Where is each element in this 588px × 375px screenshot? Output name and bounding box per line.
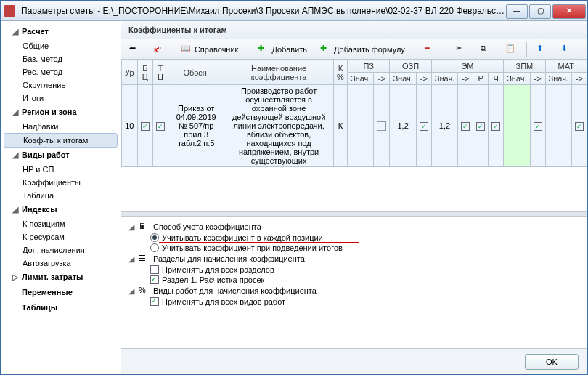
paste-button[interactable]: 📋	[500, 41, 522, 57]
delete-button[interactable]: ━	[420, 41, 441, 57]
table-row[interactable]: 10 Приказ от 04.09.2019 № 507/пр прил.3 …	[122, 85, 587, 167]
col-ozp[interactable]: ОЗП	[390, 60, 431, 73]
add-button[interactable]: ✚Добавить	[253, 41, 312, 57]
cell-mat-val[interactable]	[545, 85, 571, 167]
sidebar-item-itogi[interactable]: Итоги	[1, 92, 121, 105]
cell-mat-arr[interactable]	[571, 85, 587, 167]
checkbox-icon[interactable]	[461, 122, 470, 131]
cell-ur[interactable]: 10	[122, 85, 138, 167]
col-em-ch[interactable]: Ч	[489, 73, 504, 85]
col-pz-arr[interactable]: ->	[374, 73, 390, 85]
sidebar-group-peremennye[interactable]: ▷ Переменные	[1, 285, 121, 300]
sidebar-item-k-poziciyam[interactable]: К позициям	[1, 217, 121, 230]
radio-icon[interactable]	[150, 233, 159, 242]
cell-pz-arr[interactable]	[374, 85, 390, 167]
twisty-icon[interactable]: ◢	[127, 222, 136, 232]
col-pz[interactable]: ПЗ	[348, 60, 390, 73]
detail-group-sections[interactable]: ◢ ☰ Разделы для начисления коэффициента	[127, 253, 581, 265]
sidebar-item-obschie[interactable]: Общие	[1, 39, 121, 52]
col-pz-val[interactable]: Знач.	[348, 73, 374, 85]
col-mat-val[interactable]: Знач.	[545, 73, 571, 85]
sidebar-item-avtozagruzka[interactable]: Автозагрузка	[1, 257, 121, 270]
ok-button[interactable]: OK	[525, 354, 579, 370]
cut-button[interactable]: ✂	[451, 41, 473, 57]
cell-basis[interactable]: Приказ от 04.09.2019 № 507/пр прил.3 таб…	[168, 85, 224, 167]
col-ozp-arr[interactable]: ->	[416, 73, 431, 85]
col-ozp-val[interactable]: Знач.	[390, 73, 416, 85]
copy-button[interactable]: ⧉	[475, 41, 497, 57]
cell-zpm-arr[interactable]	[530, 85, 545, 167]
checkbox-icon[interactable]	[150, 297, 159, 306]
col-zpm[interactable]: ЗПМ	[504, 60, 545, 73]
sidebar-item-nadbavki[interactable]: Надбавки	[1, 120, 121, 133]
detail-check-all-worktypes[interactable]: Применять для всех видов работ	[127, 297, 581, 307]
sidebar-item-okruglenie[interactable]: Округление	[1, 78, 121, 92]
cell-ozp-arr[interactable]	[416, 85, 431, 167]
checkbox-icon[interactable]	[534, 122, 542, 131]
detail-check-section1[interactable]: Раздел 1. Расчистка просек	[127, 275, 581, 285]
cell-bc[interactable]	[137, 85, 152, 167]
cell-ozp-val[interactable]: 1,2	[390, 85, 416, 167]
detail-option-per-position[interactable]: Учитывать коэффициент в каждой позиции	[127, 233, 581, 243]
sidebar-item-dop-nachisleniya[interactable]: Доп. начисления	[1, 243, 121, 257]
col-k[interactable]: К %	[333, 60, 347, 85]
col-bc[interactable]: Б Ц	[137, 60, 152, 85]
sidebar-group-limit[interactable]: ▷ Лимит. затраты	[1, 270, 121, 285]
detail-group-worktypes[interactable]: ◢ % Виды работ для начисления коэффициен…	[127, 285, 581, 297]
back-button[interactable]: ⬅	[124, 41, 146, 57]
sidebar-group-raschet[interactable]: ◢ Расчет	[1, 24, 121, 39]
sidebar-item-baz-metod[interactable]: Баз. метод	[1, 52, 121, 65]
col-mat[interactable]: МАТ	[545, 60, 587, 73]
cell-k[interactable]: К	[333, 85, 347, 167]
detail-option-at-totals[interactable]: Учитывать коэффициент при подведении ито…	[127, 243, 581, 253]
checkbox-icon[interactable]	[150, 265, 159, 274]
radio-icon[interactable]	[150, 243, 159, 252]
sidebar-item-res-metod[interactable]: Рес. метод	[1, 65, 121, 78]
checkbox-icon[interactable]	[156, 122, 165, 131]
col-zpm-val[interactable]: Знач.	[504, 73, 530, 85]
detail-check-all-sections[interactable]: Применять для всех разделов	[127, 265, 581, 275]
checkbox-icon[interactable]	[420, 122, 428, 131]
col-em-val[interactable]: Знач.	[431, 73, 457, 85]
sidebar-item-k-resursam[interactable]: К ресурсам	[1, 230, 121, 243]
col-mat-arr[interactable]: ->	[571, 73, 587, 85]
cell-em-val[interactable]: 1,2	[431, 85, 457, 167]
cell-em-r[interactable]	[473, 85, 489, 167]
k-button[interactable]: к°	[149, 43, 166, 56]
sidebar-group-vidy-rabot[interactable]: ◢ Виды работ	[1, 148, 121, 163]
checkbox-icon[interactable]	[575, 122, 584, 131]
twisty-icon[interactable]: ◢	[127, 286, 136, 296]
col-tc[interactable]: Т Ц	[152, 60, 168, 85]
detail-group-method[interactable]: ◢ 🖩 Способ учета коэффициента	[127, 221, 581, 233]
col-em[interactable]: ЭМ	[431, 60, 503, 73]
move-up-button[interactable]: ⬆	[531, 41, 553, 57]
minimize-button[interactable]: —	[506, 4, 528, 19]
cell-em-arr[interactable]	[458, 85, 473, 167]
twisty-icon[interactable]: ◢	[127, 254, 136, 264]
sidebar-item-nr-sp[interactable]: НР и СП	[1, 163, 121, 176]
col-ur[interactable]: Ур	[122, 60, 138, 85]
sidebar-group-tablicy[interactable]: ▷ Таблицы	[1, 300, 121, 315]
col-em-r[interactable]: Р	[473, 73, 489, 85]
checkbox-icon[interactable]	[150, 275, 159, 284]
sidebar-group-indeksy[interactable]: ◢ Индексы	[1, 202, 121, 217]
checkbox-icon[interactable]	[141, 122, 150, 131]
col-zpm-arr[interactable]: ->	[530, 73, 545, 85]
cell-pz-val[interactable]	[348, 85, 374, 167]
checkbox-icon[interactable]	[491, 122, 500, 131]
cell-name[interactable]: Производство работ осуществляется в охра…	[224, 85, 334, 167]
maximize-button[interactable]: ▢	[529, 4, 551, 19]
cell-zpm-val[interactable]	[504, 85, 530, 167]
reference-button[interactable]: 📖Справочник	[176, 41, 244, 57]
cell-tc[interactable]	[152, 85, 168, 167]
sidebar-group-region[interactable]: ◢ Регион и зона	[1, 105, 121, 120]
checkbox-icon[interactable]	[476, 122, 485, 131]
col-basis[interactable]: Обосн.	[168, 60, 224, 85]
checkbox-icon[interactable]	[377, 121, 386, 131]
col-em-arr[interactable]: ->	[458, 73, 473, 85]
sidebar-item-koef-k-itogam[interactable]: Коэф-ты к итогам	[4, 133, 118, 148]
add-formula-button[interactable]: ✚Добавить формулу	[315, 41, 410, 57]
col-name[interactable]: Наименование коэффициента	[224, 60, 334, 85]
close-button[interactable]: ✕	[552, 4, 586, 19]
sidebar-item-tablica[interactable]: Таблица	[1, 189, 121, 202]
